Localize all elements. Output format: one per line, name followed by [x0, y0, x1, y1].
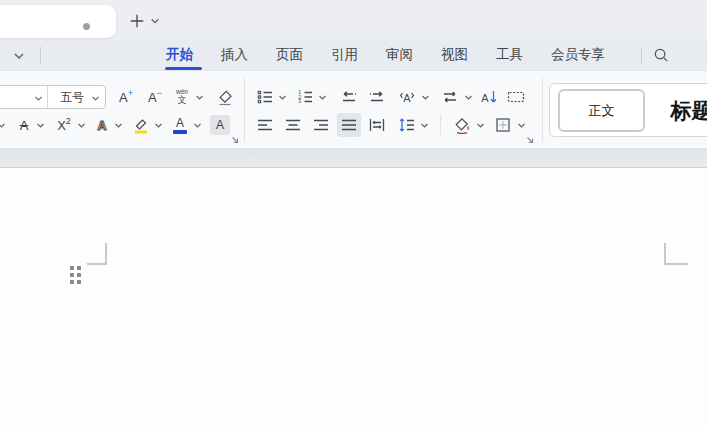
search-button[interactable]: [651, 45, 671, 65]
line-spacing-button[interactable]: [396, 113, 418, 137]
page-frame-button[interactable]: [504, 85, 528, 109]
tab-page[interactable]: 页面: [276, 46, 303, 64]
style-title[interactable]: 标题: [654, 89, 707, 132]
decrease-font-size-button[interactable]: A−: [143, 85, 167, 109]
svg-text:3: 3: [298, 98, 301, 104]
unsaved-indicator-dot: [83, 23, 90, 30]
svg-text:A: A: [97, 118, 107, 133]
margin-mark-left-horizontal: [87, 263, 107, 265]
highlight-pen-icon: [132, 116, 150, 134]
group-divider: [542, 78, 543, 142]
document-page[interactable]: [0, 168, 707, 426]
font-dialog-launcher[interactable]: [230, 135, 240, 145]
increase-indent-icon: [368, 88, 386, 106]
menubar-divider: [40, 47, 41, 64]
handle-dot: [77, 273, 81, 277]
chevron-down-icon: [13, 50, 25, 62]
line-spacing-icon: [398, 116, 416, 134]
handle-dot: [70, 280, 74, 284]
borders-button[interactable]: [491, 113, 515, 137]
font-name-combo[interactable]: [0, 86, 48, 108]
style-normal[interactable]: 正文: [558, 89, 645, 132]
margin-mark-right-horizontal: [664, 263, 688, 265]
workspace-gap: [0, 148, 707, 168]
wps-writer-window: 开始 插入 页面 引用 审阅 视图 工具 会员专享: [0, 0, 707, 426]
pinyin-guide-button[interactable]: wén 文: [171, 85, 193, 109]
strikethrough-button[interactable]: A: [13, 113, 35, 137]
tab-view[interactable]: 视图: [441, 46, 468, 64]
borders-dropdown-chevron[interactable]: [516, 120, 526, 130]
justify-button[interactable]: [337, 113, 361, 137]
line-spacing-dropdown-chevron[interactable]: [419, 120, 429, 130]
bullet-list-button[interactable]: [254, 85, 276, 109]
paragraph-row-divider: [440, 115, 441, 135]
magnifier-icon: [653, 47, 670, 64]
align-right-button[interactable]: [310, 113, 332, 137]
increase-indent-button[interactable]: [366, 85, 388, 109]
borders-icon: [494, 116, 512, 134]
text-effects-dropdown-chevron[interactable]: [113, 120, 123, 130]
paint-bucket-icon: [453, 116, 471, 134]
document-tab[interactable]: [0, 5, 116, 38]
page-frame-icon: [507, 88, 525, 106]
chevron-down-icon[interactable]: [90, 93, 100, 103]
text-effects-button[interactable]: A: [90, 113, 114, 137]
tab-list-button[interactable]: [149, 15, 161, 27]
tab-member[interactable]: 会员专享: [551, 46, 605, 64]
font-color-dropdown-chevron[interactable]: [192, 120, 202, 130]
menu-collapse-button[interactable]: [12, 49, 26, 63]
paragraph-dialog-launcher[interactable]: [525, 135, 535, 145]
tab-home[interactable]: 开始: [166, 46, 193, 64]
shading-dropdown-chevron[interactable]: [475, 120, 485, 130]
font-color-button[interactable]: A: [169, 113, 191, 137]
chevron-down-icon[interactable]: [33, 93, 43, 103]
pinyin-dropdown-chevron[interactable]: [194, 92, 204, 102]
margin-mark-left-vertical: [105, 243, 107, 264]
font-combo-box[interactable]: 五号: [0, 85, 106, 109]
align-right-icon: [312, 116, 330, 134]
bullet-list-dropdown-chevron[interactable]: [277, 92, 287, 102]
justify-icon: [340, 116, 358, 134]
superscript-dropdown-chevron[interactable]: [76, 120, 86, 130]
align-left-button[interactable]: [254, 113, 276, 137]
increase-font-size-button[interactable]: A+: [112, 85, 140, 109]
text-tools-dropdown-chevron[interactable]: [420, 92, 430, 102]
handle-dot: [70, 266, 74, 270]
bullet-list-icon: [256, 88, 274, 106]
tab-reference[interactable]: 引用: [331, 46, 358, 64]
text-direction-dropdown-chevron[interactable]: [463, 92, 473, 102]
distribute-alignment-button[interactable]: [365, 113, 389, 137]
strikethrough-dropdown-chevron[interactable]: [35, 120, 45, 130]
text-tools-button[interactable]: A: [395, 85, 419, 109]
minus-glyph: −: [157, 89, 162, 98]
superscript-button[interactable]: X2: [51, 113, 77, 137]
paragraph-drag-handle[interactable]: [70, 266, 81, 284]
svg-text:A: A: [403, 92, 411, 104]
align-center-button[interactable]: [282, 113, 304, 137]
tab-tools[interactable]: 工具: [496, 46, 523, 64]
shading-button[interactable]: [450, 113, 474, 137]
highlight-button[interactable]: [129, 113, 153, 137]
decrease-indent-button[interactable]: [338, 85, 360, 109]
group-divider: [244, 78, 245, 142]
character-shading-button[interactable]: A: [210, 115, 230, 135]
strikethrough-icon: A: [20, 119, 29, 132]
underline-dropdown-chevron[interactable]: [0, 120, 6, 130]
handle-dot: [77, 280, 81, 284]
font-size-combo[interactable]: 五号: [48, 86, 105, 108]
chevron-down-icon: [150, 16, 160, 26]
align-center-icon: [284, 116, 302, 134]
plus-icon: [129, 13, 145, 29]
document-tab-bar: [0, 0, 707, 40]
sort-button[interactable]: A: [478, 85, 500, 109]
numbered-list-dropdown-chevron[interactable]: [317, 92, 327, 102]
numbered-list-button[interactable]: 1 2 3: [294, 85, 316, 109]
new-tab-button[interactable]: [127, 11, 147, 31]
tab-insert[interactable]: 插入: [221, 46, 248, 64]
clear-format-button[interactable]: [212, 85, 238, 109]
sort-icon: A: [480, 88, 498, 106]
tab-review[interactable]: 审阅: [386, 46, 413, 64]
highlight-dropdown-chevron[interactable]: [153, 120, 163, 130]
ribbon-toolbar: 五号 A+ A− wén 文: [0, 71, 707, 148]
text-direction-button[interactable]: [438, 85, 462, 109]
